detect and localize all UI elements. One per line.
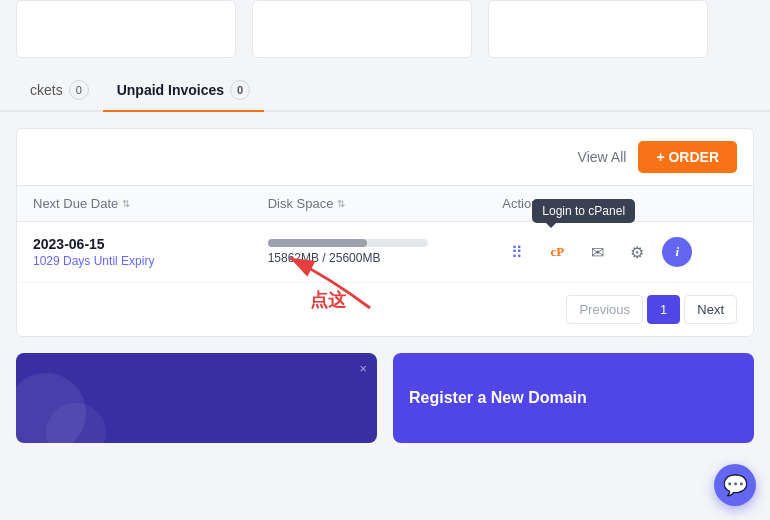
tab-unpaid-invoices-label: Unpaid Invoices [117,82,224,98]
previous-button[interactable]: Previous [566,295,643,324]
expiry-value: 1029 Days Until Expiry [33,254,268,268]
next-button[interactable]: Next [684,295,737,324]
bottom-section: × Register a New Domain [16,353,754,443]
sort-icon-date: ⇅ [122,198,130,209]
grid-icon: ⠿ [511,243,523,262]
mail-icon-button[interactable]: ✉ [582,237,612,267]
bottom-card-left: × [16,353,377,443]
tab-unpaid-invoices-badge: 0 [230,80,250,100]
col-disk-space: Disk Space ⇅ [268,196,503,211]
page-1-button[interactable]: 1 [647,295,680,324]
grid-icon-button[interactable]: ⠿ [502,237,532,267]
table-header: Next Due Date ⇅ Disk Space ⇅ Actions [17,186,753,222]
top-card-3 [488,0,708,58]
cpanel-icon-button[interactable]: cP [542,237,572,267]
bottom-card-right-title: Register a New Domain [409,389,587,407]
view-all-link[interactable]: View All [578,149,627,165]
actions-cell: Login to cPanel ⠿ cP ✉ ⚙ i [502,237,737,267]
info-icon-button[interactable]: i [662,237,692,267]
gear-icon: ⚙ [630,243,644,262]
date-cell: 2023-06-15 1029 Days Until Expiry [33,236,268,268]
tab-tickets-badge: 0 [69,80,89,100]
order-button[interactable]: + ORDER [638,141,737,173]
tab-unpaid-invoices[interactable]: Unpaid Invoices 0 [103,70,264,112]
tab-tickets-label: ckets [30,82,63,98]
tab-tickets[interactable]: ckets 0 [16,70,103,112]
tabs-row: ckets 0 Unpaid Invoices 0 [0,70,770,112]
bottom-card-right: Register a New Domain [393,353,754,443]
cpanel-icon: cP [550,244,564,260]
sort-icon-disk: ⇅ [337,198,345,209]
cpanel-tooltip: Login to cPanel [532,199,635,223]
top-cards-row [0,0,770,58]
chat-icon: 💬 [723,473,748,497]
gear-icon-button[interactable]: ⚙ [622,237,652,267]
top-card-2 [252,0,472,58]
close-left-card-button[interactable]: × [359,361,367,376]
date-value: 2023-06-15 [33,236,268,252]
annotation-text: 点这 [310,288,346,312]
chat-bubble-button[interactable]: 💬 [714,464,756,506]
col-next-due-date: Next Due Date ⇅ [33,196,268,211]
panel-header: View All + ORDER [17,129,753,186]
top-card-1 [16,0,236,58]
info-icon: i [676,244,680,260]
mail-icon: ✉ [591,243,604,262]
